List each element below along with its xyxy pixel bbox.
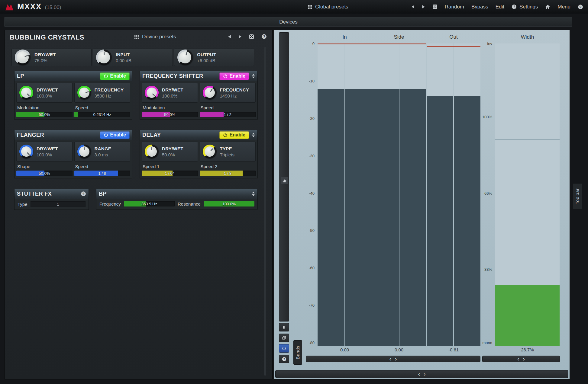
knob-dial[interactable] [19, 145, 33, 158]
db-tick: 0 [312, 41, 315, 46]
knob-dial[interactable] [203, 86, 217, 100]
db-tick: -50 [309, 228, 315, 233]
delay-enable-button[interactable]: Enable [219, 131, 249, 139]
module-order-stepper[interactable] [252, 133, 255, 137]
module-stutter-fx-header[interactable]: STUTTER FX ? [15, 189, 89, 199]
lp-modulation-slider[interactable]: 50.0% [16, 112, 73, 117]
next-device-preset-button[interactable] [238, 35, 242, 39]
knob-needle [78, 86, 90, 99]
module-flanger-header[interactable]: FLANGER Enable [15, 130, 132, 140]
scroll-right-icon: › [424, 371, 425, 377]
knob-dial[interactable] [15, 50, 31, 65]
pause-button[interactable] [279, 323, 289, 331]
flanger-range-knob[interactable]: RANGE 3.0 ms [74, 142, 131, 162]
toolbar-tab-label: Toolbar [575, 188, 580, 204]
master-drywet-knob[interactable]: DRY/WET 75.0% [11, 49, 92, 66]
knob-dial[interactable] [145, 86, 159, 100]
db-tick: -30 [309, 153, 315, 158]
master-output-knob[interactable]: OUTPUT +6.00 dB [174, 49, 254, 66]
frequency-shifter-enable-button[interactable]: Enable [219, 72, 249, 80]
bypass-button[interactable]: Bypass [471, 3, 489, 11]
slider-label: Modulation [17, 105, 73, 110]
previous-device-preset-button[interactable] [228, 35, 231, 39]
master-input-knob[interactable]: INPUT 0.00 dB [93, 49, 173, 66]
peak-indicator-side [372, 43, 426, 44]
bp-frequency-slider[interactable]: 363.9 Hz [124, 201, 175, 206]
knob-dial[interactable] [177, 50, 193, 65]
meter-scrollbar-bottom[interactable]: ‹ › [275, 370, 568, 378]
detach-window-button[interactable] [279, 334, 289, 342]
preset-title[interactable]: BUBBLING CRYSTALS [10, 34, 84, 41]
module-frequency-shifter-header[interactable]: FREQUENCY SHIFTER Enable [140, 71, 257, 81]
meter-help-button[interactable]: ? [279, 355, 289, 363]
help-button[interactable]: ? [577, 3, 584, 11]
random-device-preset-button[interactable] [249, 34, 254, 39]
knob-needle [144, 85, 159, 100]
next-preset-button[interactable] [421, 4, 426, 10]
module-delay-header[interactable]: DELAY Enable [140, 130, 257, 140]
frequency-shifter-drywet-knob[interactable]: DRY/WET 100.0% [142, 83, 198, 103]
toolbar-tab[interactable]: Toolbar [572, 183, 582, 209]
module-frequency-shifter: FREQUENCY SHIFTER Enable DRY/WET 100.0% [140, 71, 258, 119]
flanger-enable-button[interactable]: Enable [100, 131, 130, 139]
devices-tab[interactable]: Devices [5, 17, 572, 27]
module-lp-header[interactable]: LP Enable [15, 71, 132, 81]
slider-label: Speed 1 [143, 164, 198, 169]
delay-drywet-knob[interactable]: DRY/WET 50.0% [142, 142, 198, 162]
home-button[interactable] [544, 3, 551, 10]
device-presets-button[interactable]: Device presets [134, 34, 176, 40]
module-title: STUTTER FX [17, 191, 52, 197]
lp-frequency-knob[interactable]: FREQUENCY 3500 Hz [74, 83, 131, 103]
device-help-button[interactable]: ? [261, 34, 267, 39]
knob-value: 3.0 ms [95, 152, 111, 157]
knob-needle [202, 86, 217, 100]
previous-preset-button[interactable] [411, 4, 415, 10]
flanger-drywet-knob[interactable]: DRY/WET 100.0% [16, 142, 73, 162]
pause-icon [282, 325, 286, 329]
flanger-speed-slider[interactable]: 1 / 8 [74, 171, 131, 176]
delay-type-knob[interactable]: TYPE Triplets [200, 142, 256, 162]
module-order-stepper[interactable] [252, 74, 255, 78]
stutter-type-field[interactable]: 1 [31, 201, 86, 207]
module-bp: BP Frequency 363.9 Hz Resonance 100.0% [96, 189, 258, 209]
field-value: 1 [57, 202, 59, 206]
random-label: Random [445, 4, 464, 10]
delay-speed1-slider[interactable]: 1 / 64 [142, 171, 198, 176]
module-bp-header[interactable]: BP [96, 189, 257, 199]
analyzer-power-button[interactable] [279, 344, 289, 353]
slider-label: Frequency [99, 201, 121, 206]
knob-dial[interactable] [203, 145, 217, 158]
dice-icon [432, 4, 438, 9]
device-panel-scrollbar[interactable] [264, 47, 266, 376]
knob-dial[interactable] [19, 86, 33, 100]
meter-scrollbar-main[interactable]: ‹ › [306, 356, 480, 362]
random-button[interactable]: Random [444, 3, 465, 11]
delay-speed2-slider[interactable]: 1 / 8 [200, 171, 256, 176]
menu-button[interactable]: Menu [557, 3, 571, 11]
readout-out: -0.61 [427, 347, 480, 352]
meter-col-header-out: Out [427, 34, 480, 40]
lp-enable-button[interactable]: Enable [100, 72, 130, 80]
frequency-shifter-frequency-knob[interactable]: FREQUENCY 1490 Hz [200, 83, 256, 103]
flanger-shape-slider[interactable]: 50.0% [16, 171, 73, 176]
frequency-shifter-modulation-slider[interactable]: 50.0% [142, 112, 198, 117]
frequency-shifter-speed-slider[interactable]: 1 / 2 [200, 112, 256, 117]
bp-resonance-slider[interactable]: 100.0% [204, 201, 254, 206]
random-preset-button[interactable] [432, 3, 438, 10]
knob-label: DRY/WET [162, 146, 183, 151]
triangle-right-icon [238, 35, 242, 39]
settings-button[interactable]: Settings [511, 3, 538, 11]
lp-drywet-knob[interactable]: DRY/WET 100.0% [16, 83, 73, 103]
knob-dial[interactable] [96, 50, 112, 65]
knob-dial[interactable] [77, 145, 91, 158]
edit-button[interactable]: Edit [495, 3, 505, 11]
knob-label: DRY/WET [37, 87, 58, 92]
meter-scrollbar-width[interactable]: ‹ › [482, 356, 560, 362]
lp-speed-slider[interactable]: 0.2314 Hz [74, 112, 131, 117]
stutter-help-button[interactable]: ? [81, 191, 86, 197]
module-order-stepper[interactable] [252, 191, 255, 196]
knob-dial[interactable] [77, 86, 91, 100]
knob-dial[interactable] [145, 145, 159, 158]
bands-tab[interactable]: Bands [293, 340, 302, 365]
global-presets-button[interactable]: Global presets [307, 3, 349, 11]
